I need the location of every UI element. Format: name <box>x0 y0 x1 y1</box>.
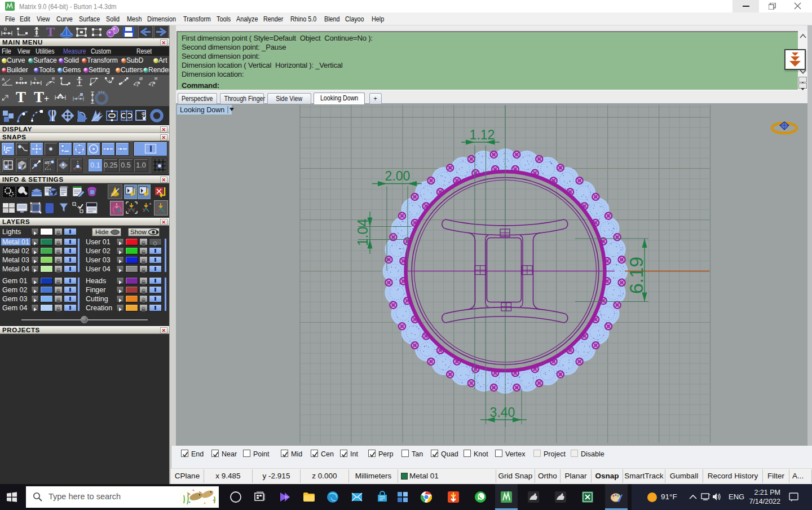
svg-text:D: D <box>20 77 23 81</box>
svg-text:2.00: 2.00 <box>385 169 411 183</box>
svg-text:R: R <box>52 77 55 81</box>
svg-text:L: L <box>34 77 37 81</box>
svg-text:Looking Down: Looking Down <box>180 106 224 114</box>
svg-text:Φ: Φ <box>142 111 145 117</box>
svg-text:Ø: Ø <box>139 76 143 81</box>
svg-text:+1: +1 <box>149 82 154 87</box>
svg-text:1.12: 1.12 <box>470 128 495 142</box>
svg-text:R: R <box>155 76 158 81</box>
svg-text:A: A <box>2 77 5 82</box>
svg-text:6.19: 6.19 <box>625 257 647 294</box>
svg-text:D: D <box>4 27 7 31</box>
svg-text:+: + <box>149 201 152 206</box>
svg-text:3.40: 3.40 <box>490 405 515 420</box>
svg-text:1.04: 1.04 <box>355 219 370 247</box>
svg-text:+1: +1 <box>134 82 139 87</box>
